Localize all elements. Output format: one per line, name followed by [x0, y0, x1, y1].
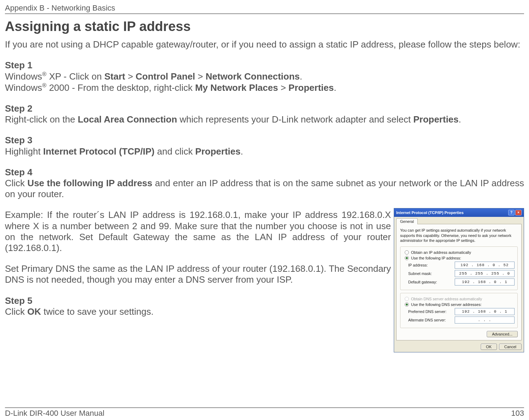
cancel-button[interactable]: Cancel — [499, 344, 522, 350]
radio-icon — [405, 250, 409, 255]
radio-use-following-ip[interactable]: Use the following IP address: — [405, 256, 515, 260]
step-1-xp: Windows® XP - Click on Start > Control P… — [5, 71, 524, 82]
step-3-label: Step 3 — [5, 135, 524, 146]
step-4: Step 4 Click Use the following IP addres… — [5, 167, 524, 200]
tab-row: General — [394, 217, 524, 224]
radio-icon — [405, 256, 409, 260]
radio-icon — [405, 302, 409, 307]
help-button[interactable]: ? — [508, 210, 515, 215]
ip-address-label: IP address: — [403, 263, 453, 267]
header-rule — [5, 13, 524, 14]
preferred-dns-input[interactable]: 192 . 168 . 0 . 1 — [455, 308, 515, 315]
dialog-titlebar: Internet Protocol (TCP/IP) Properties ? … — [394, 208, 524, 217]
ip-field-group: Obtain an IP address automatically Use t… — [400, 246, 518, 290]
alternate-dns-label: Alternate DNS server: — [403, 318, 453, 322]
page-title: Assigning a static IP address — [5, 19, 524, 34]
preferred-dns-label: Preferred DNS server: — [403, 309, 453, 314]
footer: D-Link DIR-400 User Manual 103 — [5, 407, 524, 418]
footer-left: D-Link DIR-400 User Manual — [5, 409, 104, 418]
page-number: 103 — [511, 409, 524, 418]
radio-obtain-dns-auto: Obtain DNS server address automatically — [405, 297, 515, 301]
example-paragraph: Example: If the router´s LAN IP address … — [5, 209, 391, 253]
default-gateway-input[interactable]: 192 . 168 . 0 . 1 — [455, 278, 515, 286]
step-5-label: Step 5 — [5, 295, 391, 306]
tcpip-properties-dialog: Internet Protocol (TCP/IP) Properties ? … — [394, 208, 524, 352]
tab-panel: You can get IP settings assigned automat… — [396, 224, 522, 340]
dialog-title-text: Internet Protocol (TCP/IP) Properties — [396, 211, 463, 215]
step-1-w2k: Windows® 2000 - From the desktop, right-… — [5, 82, 524, 93]
subnet-mask-label: Subnet mask: — [403, 271, 453, 276]
alternate-dns-input[interactable]: . . . — [455, 316, 515, 324]
dns-field-group: Obtain DNS server address automatically … — [400, 293, 518, 328]
default-gateway-label: Default gateway: — [403, 280, 453, 284]
radio-obtain-ip-auto[interactable]: Obtain an IP address automatically — [405, 250, 515, 255]
step-3: Step 3 Highlight Internet Protocol (TCP/… — [5, 135, 524, 157]
step-5: Step 5 Click OK twice to save your setti… — [5, 295, 391, 317]
step-2: Step 2 Right-click on the Local Area Con… — [5, 103, 524, 125]
step-1: Step 1 Windows® XP - Click on Start > Co… — [5, 60, 524, 93]
ip-address-input[interactable]: 192 . 168 . 0 . 52 — [455, 262, 515, 269]
footer-rule — [5, 407, 524, 408]
step-1-label: Step 1 — [5, 60, 524, 71]
advanced-button[interactable]: Advanced... — [487, 331, 518, 337]
dns-paragraph: Set Primary DNS the same as the LAN IP a… — [5, 263, 391, 285]
subnet-mask-input[interactable]: 255 . 255 . 255 . 0 — [455, 270, 515, 277]
radio-icon — [405, 297, 409, 301]
ok-button[interactable]: OK — [481, 344, 497, 350]
step-2-label: Step 2 — [5, 103, 524, 114]
radio-use-following-dns[interactable]: Use the following DNS server addresses: — [405, 302, 515, 307]
tab-general[interactable]: General — [396, 218, 418, 224]
intro-paragraph: If you are not using a DHCP capable gate… — [5, 39, 524, 50]
close-button[interactable]: × — [515, 210, 522, 215]
step-4-label: Step 4 — [5, 167, 524, 178]
dialog-info-text: You can get IP settings assigned automat… — [400, 228, 518, 243]
header-section: Appendix B - Networking Basics — [5, 4, 524, 13]
